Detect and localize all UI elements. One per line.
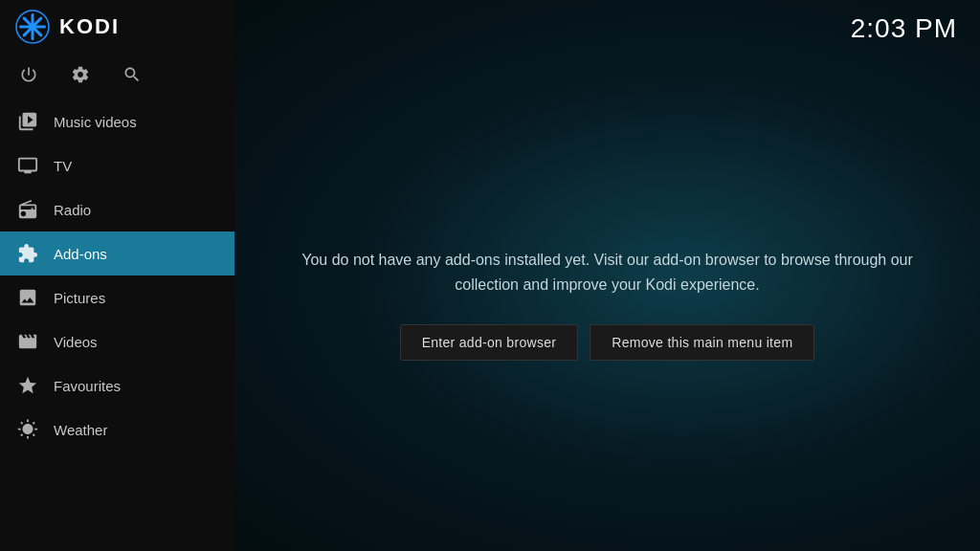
videos-icon: [15, 329, 40, 354]
sidebar-label-radio: Radio: [54, 202, 91, 218]
favourites-icon: [15, 373, 40, 398]
app-container: KODI: [0, 0, 980, 551]
music-videos-icon: [15, 109, 40, 134]
power-button[interactable]: [15, 61, 42, 88]
sidebar-label-tv: TV: [54, 158, 72, 174]
sidebar-item-tv[interactable]: TV: [0, 143, 234, 187]
svg-point-9: [29, 23, 36, 31]
sidebar-label-addons: Add-ons: [54, 246, 107, 262]
top-bar: 2:03 PM: [234, 0, 980, 57]
sidebar-item-favourites[interactable]: Favourites: [0, 364, 234, 408]
sidebar-item-music-videos[interactable]: Music videos: [0, 99, 234, 143]
radio-icon: [15, 197, 40, 222]
kodi-logo-icon: [15, 10, 50, 44]
nav-menu: Music videos TV Radio: [0, 99, 234, 551]
main-content: 2:03 PM You do not have any add-ons inst…: [234, 0, 980, 551]
sidebar-label-videos: Videos: [54, 334, 98, 350]
content-area: You do not have any add-ons installed ye…: [234, 57, 980, 551]
sidebar-icon-row: [0, 54, 234, 99]
sidebar: KODI: [0, 0, 234, 551]
pictures-icon: [15, 285, 40, 310]
search-button[interactable]: [119, 61, 145, 88]
sidebar-item-radio[interactable]: Radio: [0, 187, 234, 231]
action-buttons: Enter add-on browser Remove this main me…: [400, 324, 815, 361]
sidebar-header: KODI: [0, 0, 234, 54]
sidebar-item-addons[interactable]: Add-ons: [0, 231, 234, 276]
weather-icon: [15, 417, 40, 442]
info-message: You do not have any add-ons installed ye…: [282, 248, 933, 297]
clock-display: 2:03 PM: [851, 13, 957, 44]
sidebar-item-pictures[interactable]: Pictures: [0, 276, 234, 320]
remove-menu-item-button[interactable]: Remove this main menu item: [590, 324, 814, 361]
settings-button[interactable]: [67, 61, 94, 88]
sidebar-label-weather: Weather: [54, 422, 107, 438]
sidebar-label-music-videos: Music videos: [54, 114, 137, 130]
sidebar-item-videos[interactable]: Videos: [0, 320, 234, 364]
addons-icon: [15, 241, 40, 266]
tv-icon: [15, 153, 40, 178]
sidebar-label-pictures: Pictures: [54, 290, 105, 306]
app-title: KODI: [59, 14, 120, 39]
sidebar-label-favourites: Favourites: [54, 378, 121, 394]
sidebar-item-weather[interactable]: Weather: [0, 408, 234, 452]
enter-addon-browser-button[interactable]: Enter add-on browser: [400, 324, 579, 361]
